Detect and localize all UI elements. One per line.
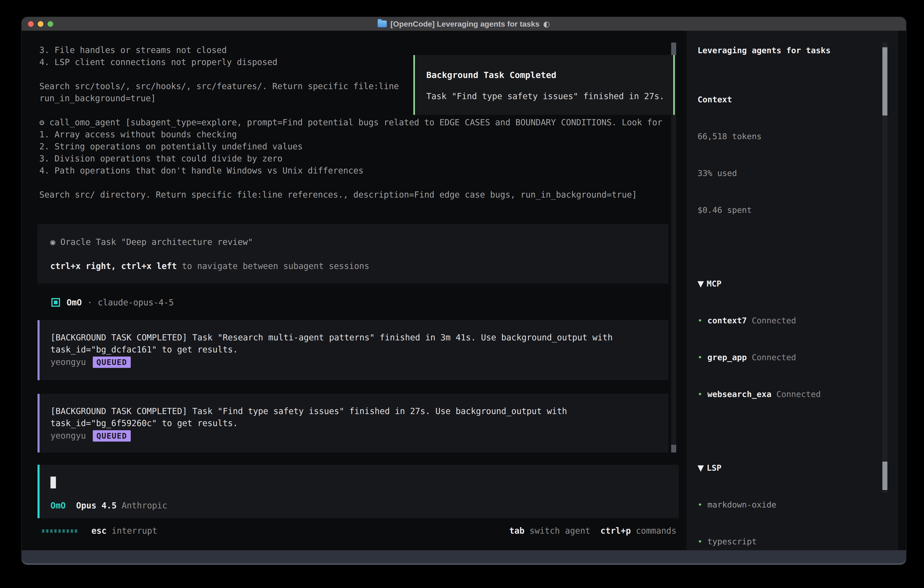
esc-key-label: esc bbox=[91, 526, 107, 536]
terminal-line: 3. File handles or streams not closed bbox=[40, 44, 662, 56]
mcp-section-toggle[interactable]: ▼ MCP bbox=[698, 277, 889, 290]
chevron-down-icon: ▼ bbox=[698, 463, 707, 472]
interrupt-hint: esc interrupt bbox=[91, 525, 157, 537]
message-line: [BACKGROUND TASK COMPLETED] Task "Find t… bbox=[51, 405, 668, 417]
activity-dots bbox=[42, 529, 77, 533]
mcp-section: ▼ MCP • context7 Connected • grep_app Co… bbox=[698, 253, 889, 425]
message-line: task_id="bg_dcfac161" to get results. bbox=[51, 344, 668, 356]
terminal-line: 1. Array access without bounds checking bbox=[40, 129, 662, 140]
oracle-shortcut-hint: ctrl+x right, ctrl+x left to navigate be… bbox=[50, 260, 668, 272]
window-footer bbox=[21, 550, 906, 565]
input-model-name: Opus 4.5 bbox=[76, 501, 117, 510]
mcp-name: context7 bbox=[707, 316, 747, 325]
sidebar-content: Leveraging agents for tasks Context 66,5… bbox=[698, 45, 889, 565]
activity-dot bbox=[46, 529, 48, 533]
text-cursor bbox=[51, 477, 56, 489]
activity-dot bbox=[75, 529, 77, 533]
agent-header: OmO · claude-opus-4-5 bbox=[51, 296, 174, 309]
oracle-task-card: ◉ Oracle Task "Deep architecture review"… bbox=[38, 224, 668, 284]
mcp-name: grep_app bbox=[707, 353, 747, 362]
context-heading: Context bbox=[698, 93, 889, 106]
window-title: [OpenCode] Leveraging agents for tasks bbox=[390, 20, 540, 28]
activity-dot bbox=[67, 529, 69, 533]
agent-name: OmO bbox=[67, 297, 82, 307]
hint-spacer bbox=[590, 526, 601, 536]
message-line: task_id="bg_6f59260c" to get results. bbox=[51, 417, 668, 429]
mcp-status: Connected bbox=[752, 353, 796, 362]
ctrlp-key-label: ctrl+p bbox=[601, 526, 631, 536]
activity-dot bbox=[71, 529, 73, 533]
main-scrollbar-thumb[interactable] bbox=[671, 43, 676, 55]
input-agent-name: OmO bbox=[51, 501, 66, 510]
commands-label: commands bbox=[631, 526, 676, 536]
mcp-heading: MCP bbox=[707, 279, 721, 288]
mcp-item: • context7 Connected bbox=[698, 314, 889, 327]
status-bar: esc interrupt tab switch agent ctrl+p co… bbox=[21, 525, 676, 537]
title-bar: [OpenCode] Leveraging agents for tasks ◐ bbox=[21, 17, 906, 31]
window-title-group: [OpenCode] Leveraging agents for tasks ◐ bbox=[378, 19, 550, 28]
lsp-name: markdown-oxide bbox=[707, 500, 776, 509]
sidebar-scrollbar-thumb[interactable] bbox=[883, 462, 888, 490]
minimize-button[interactable] bbox=[38, 21, 43, 27]
lsp-heading: LSP bbox=[707, 463, 721, 472]
terminal-line bbox=[40, 177, 662, 189]
activity-dot bbox=[54, 529, 57, 533]
lsp-item: • typescript bbox=[698, 535, 889, 548]
terminal-line: 4. Path operations that don't handle Win… bbox=[40, 165, 662, 177]
sidebar-scrollbar-thumb[interactable] bbox=[883, 47, 888, 116]
sidebar-right-gutter bbox=[898, 31, 906, 550]
mcp-name: websearch_exa bbox=[707, 390, 771, 399]
lsp-name: typescript bbox=[707, 537, 757, 546]
input-model-provider: Anthropic bbox=[122, 501, 167, 510]
zoom-button[interactable] bbox=[48, 21, 53, 27]
terminal-main-pane: 3. File handles or streams not closed 4.… bbox=[21, 31, 686, 550]
window-content: 3. File handles or streams not closed 4.… bbox=[21, 31, 906, 550]
main-scrollbar-end[interactable] bbox=[671, 445, 676, 453]
background-task-message: [BACKGROUND TASK COMPLETED] Task "Find t… bbox=[38, 394, 668, 453]
model-row: OmO Opus 4.5 Anthropic bbox=[51, 501, 679, 510]
context-tokens: 66,518 tokens bbox=[698, 130, 889, 142]
toast-title: Background Task Completed bbox=[426, 70, 673, 80]
shortcut-hints: tab switch agent ctrl+p commands bbox=[509, 525, 676, 537]
message-meta: yeongyu QUEUED bbox=[51, 356, 668, 368]
lsp-section-toggle[interactable]: ▼ LSP bbox=[698, 462, 889, 474]
close-button[interactable] bbox=[28, 21, 34, 27]
agent-model: claude-opus-4-5 bbox=[98, 297, 174, 307]
terminal-line-tool-call: ⚙ call_omo_agent [subagent_type=explore,… bbox=[40, 116, 662, 129]
status-badge: QUEUED bbox=[93, 357, 131, 368]
app-window: [OpenCode] Leveraging agents for tasks ◐… bbox=[21, 17, 906, 565]
bullet-icon: • bbox=[698, 537, 707, 546]
context-used: 33% used bbox=[698, 167, 889, 179]
mcp-item: • grep_app Connected bbox=[698, 351, 889, 363]
bullet-icon: • bbox=[698, 316, 707, 325]
message-line: [BACKGROUND TASK COMPLETED] Task "Resear… bbox=[51, 332, 668, 344]
mcp-status: Connected bbox=[776, 390, 821, 399]
interrupt-label: interrupt bbox=[107, 526, 157, 536]
oracle-task-label: ◉ Oracle Task "Deep architecture review" bbox=[50, 236, 668, 248]
agent-square-icon bbox=[51, 298, 60, 307]
switch-agent-label: switch agent bbox=[525, 526, 591, 536]
message-author: yeongyu bbox=[51, 357, 86, 367]
shortcut-keys: ctrl+x right, ctrl+x left bbox=[50, 261, 177, 271]
background-task-toast: Background Task Completed Task "Find typ… bbox=[413, 55, 675, 115]
activity-dot bbox=[63, 529, 65, 533]
bullet-icon: • bbox=[698, 353, 707, 362]
context-section: Context 66,518 tokens 33% used $0.46 spe… bbox=[698, 69, 889, 241]
terminal-line: Search src/ directory. Return specific f… bbox=[40, 189, 662, 201]
terminal-line: 2. String operations on potentially unde… bbox=[40, 140, 662, 153]
message-meta: yeongyu QUEUED bbox=[51, 430, 668, 442]
folder-icon bbox=[378, 20, 387, 27]
session-title: Leveraging agents for tasks bbox=[698, 45, 889, 57]
prompt-input[interactable]: OmO Opus 4.5 Anthropic bbox=[38, 465, 679, 518]
activity-dot bbox=[58, 529, 61, 533]
tab-key-label: tab bbox=[509, 526, 525, 536]
background-task-message: [BACKGROUND TASK COMPLETED] Task "Resear… bbox=[38, 320, 668, 380]
activity-dot bbox=[50, 529, 53, 533]
toast-body: Task "Find type safety issues" finished … bbox=[426, 91, 673, 101]
traffic-lights bbox=[28, 17, 53, 31]
bullet-icon: • bbox=[698, 390, 707, 399]
mcp-item: • websearch_exa Connected bbox=[698, 388, 889, 400]
status-badge: QUEUED bbox=[93, 430, 131, 441]
context-spent: $0.46 spent bbox=[698, 204, 889, 216]
message-author: yeongyu bbox=[51, 431, 86, 441]
